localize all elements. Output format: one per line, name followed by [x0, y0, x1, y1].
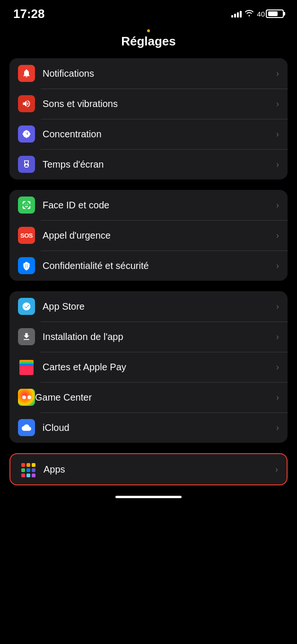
focus-label: Concentration: [43, 129, 276, 140]
face-id-chevron: ›: [276, 200, 279, 210]
install-icon: [18, 328, 35, 345]
install-label: Installation de l'app: [43, 331, 276, 342]
settings-item-install[interactable]: Installation de l'app ›: [9, 322, 288, 352]
settings-item-notifications[interactable]: Notifications ›: [9, 58, 288, 89]
app-store-icon: A: [18, 298, 35, 315]
install-chevron: ›: [276, 332, 279, 342]
game-center-chevron: ›: [276, 393, 279, 402]
settings-group-security: Face ID et code › SOS Appel d'urgence › …: [9, 190, 288, 281]
page-title: Réglages: [0, 29, 297, 58]
sounds-icon: [18, 95, 35, 112]
charging-dot: [147, 29, 150, 32]
focus-chevron: ›: [276, 129, 279, 139]
svg-point-1: [27, 204, 28, 205]
status-time: 17:28: [13, 7, 45, 21]
status-bar: 17:28 40: [0, 0, 297, 26]
wallet-label: Cartes et Apple Pay: [43, 362, 276, 373]
settings-item-privacy[interactable]: Confidentialité et sécurité ›: [9, 250, 288, 281]
emergency-label: Appel d'urgence: [43, 230, 276, 241]
settings-item-sounds[interactable]: Sons et vibrations ›: [9, 89, 288, 119]
game-center-icon: [18, 389, 35, 406]
sounds-chevron: ›: [276, 99, 279, 109]
face-id-icon: [18, 197, 35, 214]
settings-item-face-id[interactable]: Face ID et code ›: [9, 190, 288, 220]
privacy-icon: [18, 257, 35, 274]
settings-item-wallet[interactable]: Cartes et Apple Pay ›: [9, 352, 288, 382]
privacy-chevron: ›: [276, 261, 279, 271]
screen-time-chevron: ›: [276, 160, 279, 170]
sounds-label: Sons et vibrations: [43, 98, 276, 109]
wallet-chevron: ›: [276, 362, 279, 372]
icloud-chevron: ›: [276, 423, 279, 433]
battery-area: 40: [257, 9, 284, 18]
home-indicator: [115, 496, 182, 498]
screen-time-label: Temps d'écran: [43, 159, 276, 170]
face-id-label: Face ID et code: [43, 200, 276, 211]
game-center-label: Game Center: [35, 392, 276, 403]
charging-area: [0, 26, 297, 29]
svg-text:A: A: [25, 304, 28, 309]
battery-label: 40: [257, 10, 265, 18]
settings-item-game-center[interactable]: Game Center ›: [9, 382, 288, 412]
status-icons: 40: [231, 9, 284, 19]
settings-item-app-store[interactable]: A App Store ›: [9, 291, 288, 322]
emergency-chevron: ›: [276, 231, 279, 241]
icloud-icon: [18, 419, 35, 436]
notifications-icon: [18, 65, 35, 82]
signal-icon: [231, 10, 242, 18]
apps-icon: [19, 461, 36, 478]
emergency-icon: SOS: [18, 227, 35, 244]
apps-chevron: ›: [275, 465, 278, 474]
settings-item-focus[interactable]: Concentration ›: [9, 119, 288, 149]
settings-item-apps[interactable]: Apps ›: [10, 454, 287, 484]
screen-time-icon: [18, 156, 35, 173]
settings-group-notifications: Notifications › Sons et vibrations › Con…: [9, 58, 288, 179]
settings-item-screen-time[interactable]: Temps d'écran ›: [9, 149, 288, 179]
notifications-chevron: ›: [276, 69, 279, 79]
focus-icon: [18, 125, 35, 143]
svg-point-0: [25, 204, 26, 205]
wifi-icon: [245, 9, 254, 19]
notifications-label: Notifications: [43, 68, 276, 79]
settings-group-apps: A App Store › Installation de l'app › Ca…: [9, 291, 288, 443]
wallet-icon: [18, 358, 35, 376]
app-store-chevron: ›: [276, 302, 279, 312]
settings-item-icloud[interactable]: iCloud ›: [9, 412, 288, 443]
apps-label: Apps: [44, 464, 275, 475]
settings-item-emergency[interactable]: SOS Appel d'urgence ›: [9, 220, 288, 250]
settings-group-apps-main: Apps ›: [9, 453, 288, 485]
battery-icon: [266, 9, 284, 18]
icloud-label: iCloud: [43, 422, 276, 433]
privacy-label: Confidentialité et sécurité: [43, 260, 276, 271]
app-store-label: App Store: [43, 301, 276, 312]
